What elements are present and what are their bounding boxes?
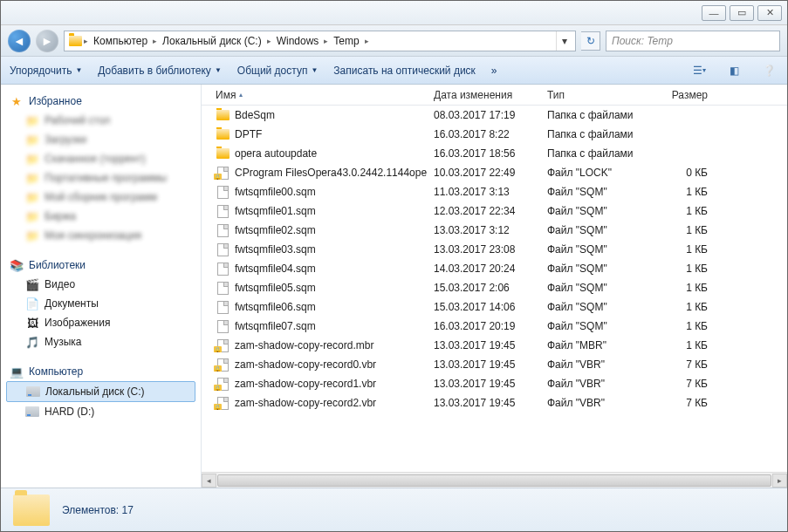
file-name: DPTF <box>235 128 262 140</box>
organize-menu[interactable]: Упорядочить▼ <box>10 65 82 77</box>
address-dropdown[interactable]: ▾ <box>556 31 572 51</box>
file-row[interactable]: fwtsqmfile07.sqm16.03.2017 20:19Файл "SQ… <box>207 317 787 336</box>
add-to-library-menu[interactable]: Добавить в библиотеку▼ <box>98 65 221 77</box>
breadcrumb-segment[interactable]: Компьютер <box>90 33 151 49</box>
file-row[interactable]: DPTF16.03.2017 8:22Папка с файлами <box>207 125 787 144</box>
column-size[interactable]: Размер <box>654 85 715 105</box>
view-options-button[interactable]: ☰▾ <box>689 61 709 80</box>
breadcrumb-segment[interactable]: Windows <box>273 33 323 49</box>
sidebar-item[interactable]: 📁Рабочий стол <box>6 111 195 130</box>
scroll-left-button[interactable]: ◂ <box>202 474 216 488</box>
address-bar[interactable]: ▸ Компьютер ▸ Локальный диск (C:) ▸ Wind… <box>64 31 576 51</box>
scrollbar-thumb[interactable] <box>217 474 771 487</box>
file-name: fwtsqmfile04.sqm <box>235 263 316 275</box>
sidebar-item[interactable]: 📁Биржа <box>6 207 195 226</box>
libraries-group[interactable]: 📚 Библиотеки <box>6 256 195 275</box>
close-button[interactable]: ✕ <box>757 5 782 21</box>
file-row[interactable]: fwtsqmfile04.sqm14.03.2017 20:24Файл "SQ… <box>207 259 787 278</box>
file-row[interactable]: 🔒zam-shadow-copy-record1.vbr13.03.2017 1… <box>207 374 787 393</box>
sidebar-drive[interactable]: HARD (D:) <box>6 402 195 421</box>
lock-icon: 🔒 <box>214 385 222 391</box>
column-type[interactable]: Тип <box>540 85 654 105</box>
file-row[interactable]: fwtsqmfile03.sqm13.03.2017 23:08Файл "SQ… <box>207 240 787 259</box>
refresh-button[interactable]: ↻ <box>581 31 600 51</box>
navigation-pane[interactable]: ★ Избранное 📁Рабочий стол📁Загрузки📁Скача… <box>1 85 202 488</box>
file-name: fwtsqmfile01.sqm <box>235 205 316 217</box>
file-type: Файл "SQM" <box>540 243 654 256</box>
sidebar-item[interactable]: 📁Моя синхронизация <box>6 226 195 245</box>
computer-group[interactable]: 💻 Компьютер <box>6 362 195 381</box>
column-name[interactable]: Имя▴ <box>209 85 427 105</box>
sidebar-item[interactable]: 📁Мой сборник программ <box>6 188 195 207</box>
sidebar-item[interactable]: 📁Скачанное (торрент) <box>6 149 195 168</box>
forward-button[interactable]: ► <box>36 30 58 52</box>
column-date[interactable]: Дата изменения <box>427 85 540 105</box>
star-icon: ★ <box>10 94 24 108</box>
sidebar-item[interactable]: 📁Загрузки <box>6 130 195 149</box>
sidebar-item[interactable]: 🎬Видео <box>6 275 195 294</box>
file-size: 1 КБ <box>654 320 715 332</box>
file-row[interactable]: BdeSqm08.03.2017 17:19Папка с файлами <box>207 106 787 125</box>
file-row[interactable]: 🔒zam-shadow-copy-record2.vbr13.03.2017 1… <box>207 393 787 413</box>
file-size: 1 КБ <box>654 263 715 275</box>
breadcrumb-segment[interactable]: Temp <box>330 33 362 49</box>
toolbar-overflow[interactable]: » <box>491 65 497 77</box>
item-icon: 🎵 <box>25 335 39 349</box>
file-row[interactable]: 🔒zam-shadow-copy-record.mbr13.03.2017 19… <box>207 336 787 355</box>
file-date: 14.03.2017 20:24 <box>427 263 540 275</box>
item-icon: 🖼 <box>25 316 39 330</box>
item-icon: 📁 <box>25 171 39 185</box>
file-row[interactable]: opera autoupdate16.03.2017 18:56Папка с … <box>207 144 787 163</box>
file-icon: 🔒 <box>216 377 230 391</box>
file-size: 1 КБ <box>654 339 715 351</box>
chevron-down-icon: ▼ <box>75 66 82 74</box>
sidebar-item[interactable]: 📄Документы <box>6 294 195 313</box>
file-row[interactable]: 🔒CProgram FilesOpera43.0.2442.1144opera.… <box>207 163 787 182</box>
file-name: BdeSqm <box>235 109 275 121</box>
file-size: 1 КБ <box>654 282 715 294</box>
breadcrumb-segment[interactable]: Локальный диск (C:) <box>159 33 265 49</box>
titlebar: — ▭ ✕ <box>1 1 787 25</box>
file-date: 16.03.2017 20:19 <box>427 320 540 332</box>
share-menu[interactable]: Общий доступ▼ <box>237 65 319 77</box>
file-row[interactable]: fwtsqmfile00.sqm11.03.2017 3:13Файл "SQM… <box>207 182 787 201</box>
file-date: 13.03.2017 19:45 <box>427 397 540 409</box>
search-input[interactable]: Поиск: Temp <box>606 31 780 51</box>
file-date: 13.03.2017 3:12 <box>427 224 540 236</box>
file-row[interactable]: fwtsqmfile02.sqm13.03.2017 3:12Файл "SQM… <box>207 221 787 240</box>
file-row[interactable]: fwtsqmfile05.sqm15.03.2017 2:06Файл "SQM… <box>207 278 787 297</box>
file-type: Файл "SQM" <box>540 282 654 294</box>
sidebar-item[interactable]: 📁Портативные программы <box>6 168 195 188</box>
item-icon: 📄 <box>25 297 39 310</box>
item-icon: 📁 <box>25 209 39 223</box>
file-list[interactable]: BdeSqm08.03.2017 17:19Папка с файламиDPT… <box>202 106 787 472</box>
favorites-group[interactable]: ★ Избранное <box>6 92 195 111</box>
file-row[interactable]: fwtsqmfile01.sqm12.03.2017 22:34Файл "SQ… <box>207 201 787 221</box>
sidebar-item[interactable]: 🖼Изображения <box>6 313 195 332</box>
sidebar-item[interactable]: 🎵Музыка <box>6 332 195 351</box>
help-button[interactable]: ❔ <box>759 61 778 80</box>
file-size: 7 КБ <box>654 397 715 409</box>
chevron-right-icon: ▸ <box>324 37 328 45</box>
preview-pane-button[interactable]: ◧ <box>724 61 743 80</box>
lock-icon: 🔒 <box>214 174 222 180</box>
column-headers: Имя▴ Дата изменения Тип Размер <box>202 85 787 106</box>
maximize-button[interactable]: ▭ <box>730 5 754 21</box>
sidebar-drive[interactable]: Локальный диск (C:) <box>6 381 195 402</box>
folder-icon <box>216 147 230 160</box>
file-type: Папка с файлами <box>540 147 654 160</box>
file-size: 7 КБ <box>654 378 715 390</box>
toolbar: Упорядочить▼ Добавить в библиотеку▼ Общи… <box>1 57 787 85</box>
horizontal-scrollbar[interactable]: ◂ ▸ <box>202 472 787 488</box>
back-button[interactable]: ◄ <box>8 30 31 52</box>
file-row[interactable]: fwtsqmfile06.sqm15.03.2017 14:06Файл "SQ… <box>207 297 787 317</box>
burn-button[interactable]: Записать на оптический диск <box>333 65 476 77</box>
file-size: 0 КБ <box>654 167 715 179</box>
scroll-right-button[interactable]: ▸ <box>772 474 787 488</box>
file-type: Папка с файлами <box>540 109 654 121</box>
file-icon: 🔒 <box>216 338 230 352</box>
minimize-button[interactable]: — <box>702 5 726 21</box>
libraries-icon: 📚 <box>10 258 24 272</box>
file-row[interactable]: 🔒zam-shadow-copy-record0.vbr13.03.2017 1… <box>207 355 787 374</box>
drive-icon <box>25 405 39 419</box>
